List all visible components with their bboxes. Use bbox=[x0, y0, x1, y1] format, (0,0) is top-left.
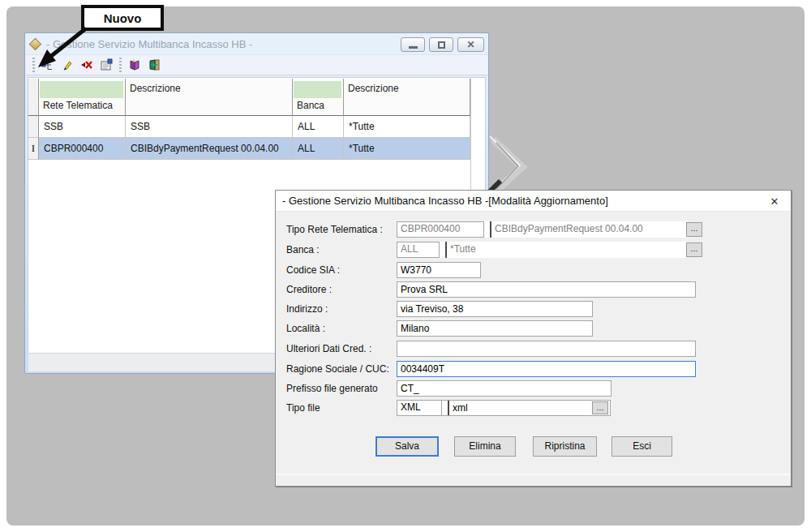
esci-button[interactable]: Esci bbox=[611, 436, 672, 457]
tipo-file-field[interactable]: XML xml ... bbox=[397, 400, 611, 416]
table-header-row: Rete Telematica Descrizione Banca Descri… bbox=[28, 79, 470, 116]
chevron-arrow-graphic bbox=[488, 135, 532, 195]
cell-banca: ALL bbox=[293, 138, 344, 160]
column-header-descrizione[interactable]: Descrizione bbox=[126, 79, 293, 116]
toolbar-grip bbox=[119, 58, 122, 72]
callout-nuovo: Nuovo bbox=[81, 5, 164, 31]
prefisso-file-input[interactable] bbox=[397, 380, 611, 397]
field-label: Tipo file bbox=[286, 400, 395, 416]
tipo-rete-browse-button[interactable]: ... bbox=[686, 222, 702, 237]
toolbar-properties-button[interactable] bbox=[97, 56, 116, 74]
cell-banca-descrizione: *Tutte bbox=[344, 116, 470, 138]
close-icon: ✕ bbox=[466, 40, 474, 49]
ulteriori-dati-input[interactable] bbox=[397, 341, 696, 357]
dialog-footer-line bbox=[277, 474, 790, 475]
column-header-descrizione-banca[interactable]: Descrizione bbox=[344, 79, 470, 116]
tipo-rete-field: CBPR000400 CBIBdyPaymentRequest 00.04.00 bbox=[397, 221, 686, 238]
help-book-icon bbox=[128, 58, 141, 71]
cell-rete: SSB bbox=[39, 116, 126, 138]
exit-door-icon bbox=[148, 58, 161, 71]
tipo-file-description: xml bbox=[449, 401, 471, 415]
close-button[interactable]: ✕ bbox=[457, 37, 484, 52]
screenshot-stage: - Gestione Servizio Multibanca Incasso H… bbox=[0, 0, 811, 532]
tipo-rete-code: CBPR000400 bbox=[397, 221, 484, 238]
banca-code: ALL bbox=[397, 242, 440, 258]
tipo-file-code[interactable]: XML bbox=[397, 401, 442, 415]
minimize-button[interactable] bbox=[401, 37, 425, 52]
banca-field: ALL *Tutte bbox=[397, 242, 686, 258]
main-window-titlebar: - Gestione Servizio Multibanca Incasso H… bbox=[25, 33, 488, 54]
cell-rete: CBPR000400 bbox=[39, 138, 126, 160]
table-row-selected[interactable]: I CBPR000400 CBIBdyPaymentRequest 00.04.… bbox=[28, 138, 470, 160]
banca-browse-button[interactable]: ... bbox=[686, 242, 702, 257]
toolbar-help-button[interactable] bbox=[125, 56, 144, 74]
filter-cell-banca[interactable] bbox=[294, 81, 341, 98]
column-label: Banca bbox=[297, 100, 324, 111]
column-header-banca[interactable]: Banca bbox=[293, 79, 344, 116]
toolbar bbox=[26, 54, 487, 75]
row-selector[interactable] bbox=[28, 116, 39, 138]
localita-input[interactable] bbox=[397, 320, 593, 337]
field-label: Prefisso file generato bbox=[286, 380, 395, 397]
cell-banca: ALL bbox=[293, 116, 344, 138]
tipo-rete-description: CBIBdyPaymentRequest 00.04.00 bbox=[491, 221, 646, 238]
maximize-icon bbox=[438, 41, 445, 49]
field-label: Indirizzo : bbox=[286, 301, 395, 317]
cell-descrizione: SSB bbox=[126, 116, 293, 138]
field-label: Creditore : bbox=[286, 281, 395, 298]
tipo-file-browse-button[interactable]: ... bbox=[592, 401, 608, 414]
column-label: Descrizione bbox=[130, 83, 181, 94]
field-label: Località : bbox=[286, 320, 395, 337]
column-label: Rete Telematica bbox=[43, 100, 113, 111]
elimina-button[interactable]: Elimina bbox=[454, 436, 516, 457]
banca-description: *Tutte bbox=[447, 242, 479, 258]
dialog-titlebar: - Gestione Servizio Multibanca Incasso H… bbox=[276, 191, 791, 212]
filter-cell-rete[interactable] bbox=[40, 81, 123, 98]
maximize-button[interactable] bbox=[429, 37, 453, 52]
minimize-icon bbox=[409, 46, 418, 49]
dialog-window: - Gestione Servizio Multibanca Incasso H… bbox=[275, 190, 792, 487]
indirizzo-input[interactable] bbox=[397, 301, 593, 317]
field-label: Codice SIA : bbox=[286, 262, 395, 278]
cell-banca-descrizione: *Tutte bbox=[344, 138, 470, 160]
callout-arrow-icon bbox=[31, 27, 89, 71]
table-row[interactable]: SSB SSB ALL *Tutte bbox=[28, 116, 470, 138]
row-selector-header bbox=[28, 79, 39, 116]
salva-button[interactable]: Salva bbox=[375, 436, 439, 457]
field-label: Banca : bbox=[286, 242, 395, 258]
field-label: Ulteriori Dati Cred. : bbox=[286, 341, 395, 357]
ripristina-button[interactable]: Ripristina bbox=[533, 436, 597, 457]
records-table: Rete Telematica Descrizione Banca Descri… bbox=[28, 79, 470, 160]
field-label: Tipo Rete Telematica : bbox=[286, 221, 395, 238]
toolbar-exit-button[interactable] bbox=[144, 56, 164, 74]
creditore-input[interactable] bbox=[397, 281, 696, 298]
column-label: Descrizione bbox=[348, 83, 399, 94]
properties-card-icon bbox=[100, 58, 113, 71]
row-selector-current[interactable]: I bbox=[28, 138, 39, 160]
dialog-close-button[interactable]: ✕ bbox=[766, 194, 783, 208]
dialog-title: - Gestione Servizio Multibanca Incasso H… bbox=[282, 195, 608, 207]
ragione-sociale-input[interactable] bbox=[397, 361, 696, 377]
cell-descrizione: CBIBdyPaymentRequest 00.04.00 bbox=[126, 138, 293, 160]
field-label: Ragione Sociale / CUC: bbox=[286, 361, 395, 377]
column-header-rete-telematica[interactable]: Rete Telematica bbox=[39, 79, 126, 116]
codice-sia-input[interactable] bbox=[397, 262, 481, 278]
